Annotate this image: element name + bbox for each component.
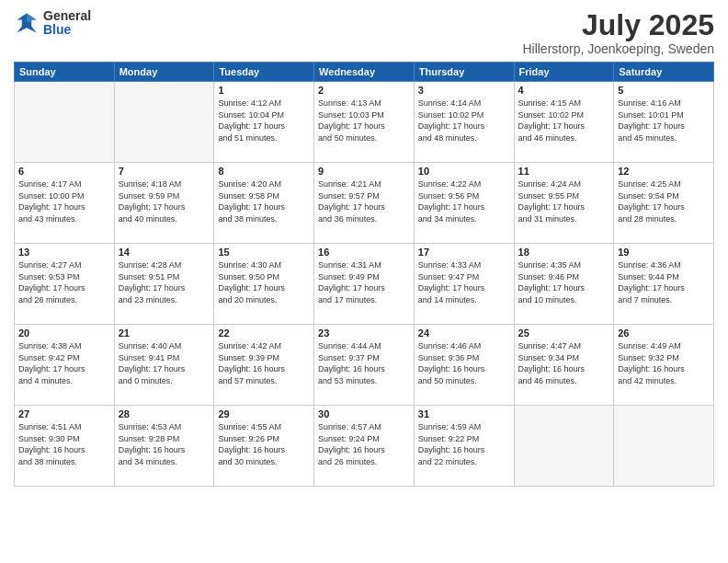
calendar-cell bbox=[514, 406, 614, 487]
calendar-cell: 18Sunrise: 4:35 AM Sunset: 9:46 PM Dayli… bbox=[514, 244, 614, 325]
calendar-cell: 21Sunrise: 4:40 AM Sunset: 9:41 PM Dayli… bbox=[114, 325, 214, 406]
logo-text: General Blue bbox=[43, 9, 91, 38]
day-number: 5 bbox=[618, 85, 710, 96]
calendar-cell: 22Sunrise: 4:42 AM Sunset: 9:39 PM Dayli… bbox=[214, 325, 314, 406]
day-number: 24 bbox=[418, 327, 510, 339]
day-header-friday: Friday bbox=[514, 63, 614, 82]
day-number: 23 bbox=[318, 327, 410, 339]
calendar-cell: 15Sunrise: 4:30 AM Sunset: 9:50 PM Dayli… bbox=[214, 244, 314, 325]
calendar-cell: 25Sunrise: 4:47 AM Sunset: 9:34 PM Dayli… bbox=[514, 325, 614, 406]
day-header-tuesday: Tuesday bbox=[214, 63, 314, 82]
calendar-cell: 12Sunrise: 4:25 AM Sunset: 9:54 PM Dayli… bbox=[614, 163, 714, 244]
day-info: Sunrise: 4:55 AM Sunset: 9:26 PM Dayligh… bbox=[218, 421, 310, 467]
header: General Blue July 2025 Hillerstorp, Joen… bbox=[14, 9, 714, 56]
day-info: Sunrise: 4:21 AM Sunset: 9:57 PM Dayligh… bbox=[318, 178, 410, 224]
day-number: 7 bbox=[119, 166, 210, 177]
calendar-cell: 30Sunrise: 4:57 AM Sunset: 9:24 PM Dayli… bbox=[314, 406, 415, 487]
day-info: Sunrise: 4:28 AM Sunset: 9:51 PM Dayligh… bbox=[119, 259, 210, 305]
calendar-cell: 9Sunrise: 4:21 AM Sunset: 9:57 PM Daylig… bbox=[314, 163, 415, 244]
calendar-cell: 8Sunrise: 4:20 AM Sunset: 9:58 PM Daylig… bbox=[214, 163, 314, 244]
calendar-cell: 17Sunrise: 4:33 AM Sunset: 9:47 PM Dayli… bbox=[414, 244, 514, 325]
day-info: Sunrise: 4:57 AM Sunset: 9:24 PM Dayligh… bbox=[318, 421, 410, 467]
calendar-cell: 1Sunrise: 4:12 AM Sunset: 10:04 PM Dayli… bbox=[214, 82, 314, 163]
day-number: 28 bbox=[119, 408, 210, 419]
day-number: 26 bbox=[618, 327, 710, 339]
calendar-header-row: SundayMondayTuesdayWednesdayThursdayFrid… bbox=[15, 63, 714, 82]
calendar-week-3: 20Sunrise: 4:38 AM Sunset: 9:42 PM Dayli… bbox=[15, 325, 714, 406]
day-number: 18 bbox=[518, 247, 610, 258]
day-number: 22 bbox=[218, 327, 310, 339]
day-info: Sunrise: 4:38 AM Sunset: 9:42 PM Dayligh… bbox=[18, 340, 110, 386]
calendar-cell: 19Sunrise: 4:36 AM Sunset: 9:44 PM Dayli… bbox=[614, 244, 714, 325]
day-info: Sunrise: 4:18 AM Sunset: 9:59 PM Dayligh… bbox=[119, 178, 210, 224]
calendar-cell: 3Sunrise: 4:14 AM Sunset: 10:02 PM Dayli… bbox=[414, 82, 514, 163]
calendar-cell bbox=[614, 406, 714, 487]
calendar-cell: 13Sunrise: 4:27 AM Sunset: 9:53 PM Dayli… bbox=[15, 244, 115, 325]
day-number: 3 bbox=[418, 85, 510, 96]
month-title: July 2025 bbox=[522, 9, 714, 41]
day-header-saturday: Saturday bbox=[614, 63, 714, 82]
day-info: Sunrise: 4:16 AM Sunset: 10:01 PM Daylig… bbox=[618, 98, 710, 144]
day-number: 16 bbox=[318, 247, 410, 258]
day-info: Sunrise: 4:31 AM Sunset: 9:49 PM Dayligh… bbox=[318, 259, 410, 305]
title-block: July 2025 Hillerstorp, Joenkoeping, Swed… bbox=[522, 9, 714, 56]
day-header-thursday: Thursday bbox=[414, 63, 514, 82]
day-info: Sunrise: 4:12 AM Sunset: 10:04 PM Daylig… bbox=[218, 98, 310, 144]
day-header-monday: Monday bbox=[114, 63, 214, 82]
location: Hillerstorp, Joenkoeping, Sweden bbox=[522, 41, 714, 56]
day-header-sunday: Sunday bbox=[15, 63, 115, 82]
day-number: 25 bbox=[518, 327, 610, 339]
day-info: Sunrise: 4:49 AM Sunset: 9:32 PM Dayligh… bbox=[618, 340, 710, 386]
day-info: Sunrise: 4:25 AM Sunset: 9:54 PM Dayligh… bbox=[618, 178, 710, 224]
day-info: Sunrise: 4:22 AM Sunset: 9:56 PM Dayligh… bbox=[418, 178, 510, 224]
day-info: Sunrise: 4:42 AM Sunset: 9:39 PM Dayligh… bbox=[218, 340, 310, 386]
calendar-cell: 27Sunrise: 4:51 AM Sunset: 9:30 PM Dayli… bbox=[15, 406, 115, 487]
day-number: 21 bbox=[119, 327, 210, 339]
day-number: 13 bbox=[18, 247, 110, 258]
calendar-cell: 28Sunrise: 4:53 AM Sunset: 9:28 PM Dayli… bbox=[114, 406, 214, 487]
day-info: Sunrise: 4:59 AM Sunset: 9:22 PM Dayligh… bbox=[418, 421, 510, 467]
day-number: 11 bbox=[518, 166, 610, 177]
calendar-cell bbox=[15, 82, 115, 163]
day-info: Sunrise: 4:15 AM Sunset: 10:02 PM Daylig… bbox=[518, 98, 610, 144]
calendar-week-1: 6Sunrise: 4:17 AM Sunset: 10:00 PM Dayli… bbox=[15, 163, 714, 244]
day-info: Sunrise: 4:46 AM Sunset: 9:36 PM Dayligh… bbox=[418, 340, 510, 386]
calendar-cell: 11Sunrise: 4:24 AM Sunset: 9:55 PM Dayli… bbox=[514, 163, 614, 244]
calendar-cell: 24Sunrise: 4:46 AM Sunset: 9:36 PM Dayli… bbox=[414, 325, 514, 406]
calendar-cell: 16Sunrise: 4:31 AM Sunset: 9:49 PM Dayli… bbox=[314, 244, 415, 325]
calendar-cell: 5Sunrise: 4:16 AM Sunset: 10:01 PM Dayli… bbox=[614, 82, 714, 163]
calendar-cell: 10Sunrise: 4:22 AM Sunset: 9:56 PM Dayli… bbox=[414, 163, 514, 244]
calendar-table: SundayMondayTuesdayWednesdayThursdayFrid… bbox=[14, 62, 714, 487]
day-info: Sunrise: 4:44 AM Sunset: 9:37 PM Dayligh… bbox=[318, 340, 410, 386]
logo-general: General bbox=[43, 9, 91, 23]
day-number: 2 bbox=[318, 85, 410, 96]
day-info: Sunrise: 4:13 AM Sunset: 10:03 PM Daylig… bbox=[318, 98, 410, 144]
day-number: 30 bbox=[318, 408, 410, 419]
day-number: 31 bbox=[418, 408, 510, 419]
day-info: Sunrise: 4:24 AM Sunset: 9:55 PM Dayligh… bbox=[518, 178, 610, 224]
day-number: 4 bbox=[518, 85, 610, 96]
day-number: 20 bbox=[18, 327, 110, 339]
day-number: 29 bbox=[218, 408, 310, 419]
day-info: Sunrise: 4:51 AM Sunset: 9:30 PM Dayligh… bbox=[18, 421, 110, 467]
calendar-cell: 14Sunrise: 4:28 AM Sunset: 9:51 PM Dayli… bbox=[114, 244, 214, 325]
day-number: 6 bbox=[18, 166, 110, 177]
day-number: 1 bbox=[218, 85, 310, 96]
day-header-wednesday: Wednesday bbox=[314, 63, 415, 82]
day-info: Sunrise: 4:17 AM Sunset: 10:00 PM Daylig… bbox=[18, 178, 110, 224]
day-info: Sunrise: 4:36 AM Sunset: 9:44 PM Dayligh… bbox=[618, 259, 710, 305]
calendar-week-0: 1Sunrise: 4:12 AM Sunset: 10:04 PM Dayli… bbox=[15, 82, 714, 163]
svg-marker-2 bbox=[27, 14, 37, 24]
day-info: Sunrise: 4:20 AM Sunset: 9:58 PM Dayligh… bbox=[218, 178, 310, 224]
logo-icon bbox=[14, 10, 40, 36]
page: General Blue July 2025 Hillerstorp, Joen… bbox=[0, 0, 728, 563]
calendar-cell: 4Sunrise: 4:15 AM Sunset: 10:02 PM Dayli… bbox=[514, 82, 614, 163]
day-number: 14 bbox=[119, 247, 210, 258]
day-info: Sunrise: 4:47 AM Sunset: 9:34 PM Dayligh… bbox=[518, 340, 610, 386]
day-number: 19 bbox=[618, 247, 710, 258]
day-info: Sunrise: 4:14 AM Sunset: 10:02 PM Daylig… bbox=[418, 98, 510, 144]
day-number: 8 bbox=[218, 166, 310, 177]
calendar-cell: 29Sunrise: 4:55 AM Sunset: 9:26 PM Dayli… bbox=[214, 406, 314, 487]
calendar-cell: 31Sunrise: 4:59 AM Sunset: 9:22 PM Dayli… bbox=[414, 406, 514, 487]
calendar-cell: 2Sunrise: 4:13 AM Sunset: 10:03 PM Dayli… bbox=[314, 82, 415, 163]
